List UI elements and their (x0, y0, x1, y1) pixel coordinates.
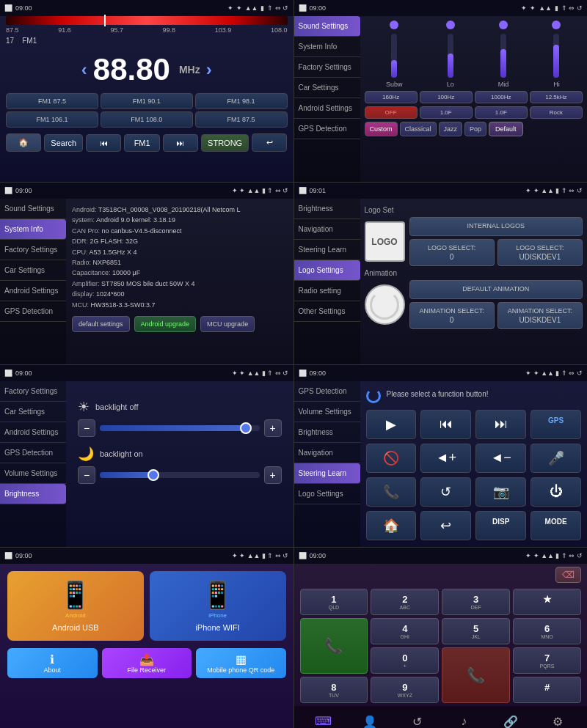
steer-prev[interactable]: ⏮ (420, 410, 471, 439)
eq-lo-track[interactable] (448, 34, 453, 78)
key-4[interactable]: 4GHI (371, 618, 439, 644)
preset-pop[interactable]: Pop (464, 122, 486, 136)
footer-link-icon[interactable]: 🔗 (500, 710, 522, 728)
preset-jazz[interactable]: Jazz (439, 122, 463, 136)
internal-logos-btn[interactable]: INTERNAL LOGOS (409, 217, 583, 236)
steer-play[interactable]: ▶ (366, 410, 417, 439)
bright-menu-volume[interactable]: Volume Settings (0, 463, 66, 484)
menu-gps-detection[interactable]: GPS Detection (294, 119, 360, 139)
steer-power[interactable]: ⏻ (531, 477, 581, 507)
logo-menu-navigation[interactable]: Navigation (294, 219, 360, 240)
iphone-wifi-button[interactable]: 📱 iPhone iPhone WIFI (150, 571, 286, 641)
steer-back[interactable]: ↩ (420, 511, 471, 540)
steer-mute[interactable]: 🚫 (366, 444, 417, 473)
footer-music-icon[interactable]: ♪ (453, 710, 475, 728)
backlight-off-plus[interactable]: + (264, 419, 282, 437)
key-hash[interactable]: # (513, 677, 581, 703)
qr-code-button[interactable]: ▦ Mobile phone QR code (196, 648, 286, 678)
steer-camera[interactable]: 📷 (475, 477, 526, 507)
preset-btn-2[interactable]: FM1 90.1 (101, 93, 193, 109)
sysinfo-menu-gps[interactable]: GPS Detection (0, 301, 66, 322)
menu-factory-settings[interactable]: Factory Settings (294, 57, 360, 78)
freq-160hz[interactable]: 160Hz (365, 91, 418, 103)
menu-car-settings[interactable]: Car Settings (294, 78, 360, 98)
backlight-on-minus[interactable]: − (78, 466, 95, 484)
preset-btn-1[interactable]: FM1 87.5 (6, 93, 98, 109)
anim-select-udisk-btn[interactable]: ANIMATION SELECT: UDISKDEV1 (497, 302, 583, 329)
steer-next[interactable]: ⏭ (475, 410, 526, 439)
mcu-upgrade-btn[interactable]: MCU upgrade (200, 316, 255, 332)
key-0[interactable]: 0+ (371, 647, 439, 674)
steer-vol-down[interactable]: ◄− (475, 444, 526, 473)
freq-100hz[interactable]: 100Hz (420, 91, 473, 103)
bright-menu-factory[interactable]: Factory Settings (0, 381, 66, 402)
footer-recent-icon[interactable]: ↺ (406, 710, 428, 728)
bright-menu-brightness[interactable]: Brightness (0, 484, 66, 504)
about-button[interactable]: ℹ About (7, 648, 98, 678)
footer-keyboard-icon[interactable]: ⌨ (312, 710, 334, 728)
delete-button[interactable]: ⌫ (555, 567, 581, 583)
steer-menu-gps[interactable]: GPS Detection (294, 381, 360, 402)
preset-btn-4[interactable]: FM1 106.1 (6, 111, 98, 128)
freq-down-arrow[interactable]: ‹ (81, 59, 87, 80)
default-button[interactable]: Default (489, 122, 523, 136)
steer-menu-navigation[interactable]: Navigation (294, 443, 360, 463)
key-8[interactable]: 8TUV (300, 677, 368, 703)
logo-select-0-btn[interactable]: LOGO SELECT: 0 (409, 239, 495, 266)
steer-mode[interactable]: MODE (531, 511, 581, 540)
back-button[interactable]: ↩ (252, 133, 287, 152)
key-star[interactable]: ★ (513, 589, 581, 615)
bright-menu-android[interactable]: Android Settings (0, 422, 66, 443)
home-button[interactable]: 🏠 (6, 133, 41, 152)
logo-select-udisk-btn[interactable]: LOGO SELECT: UDISKDEV1 (497, 239, 583, 266)
steer-gps[interactable]: GPS (531, 410, 581, 439)
sysinfo-menu-factory[interactable]: Factory Settings (0, 240, 66, 260)
footer-settings-icon[interactable]: ⚙ (547, 710, 569, 728)
sysinfo-menu-android[interactable]: Android Settings (0, 281, 66, 301)
default-anim-btn[interactable]: DEFAULT ANIMATION (409, 280, 583, 299)
gain-1f-2[interactable]: 1.0F (475, 106, 528, 119)
preset-btn-3[interactable]: FM1 98.1 (195, 93, 288, 109)
key-7[interactable]: 7PQRS (513, 647, 581, 674)
footer-contacts-icon[interactable]: 👤 (359, 710, 381, 728)
menu-sound-settings[interactable]: Sound Settings (294, 16, 360, 37)
preset-btn-5[interactable]: FM1 108.0 (101, 111, 193, 128)
key-1[interactable]: 1QLD (300, 589, 368, 615)
gain-1f-1[interactable]: 1.0F (420, 106, 473, 119)
logo-menu-brightness[interactable]: Brightness (294, 199, 360, 219)
freq-1000hz[interactable]: 1000Hz (475, 91, 528, 103)
strong-button[interactable]: STRONG (201, 134, 249, 152)
preset-classical[interactable]: Classical (400, 122, 437, 136)
sysinfo-menu-system[interactable]: System Info (0, 219, 66, 240)
band-button[interactable]: FM1 (124, 134, 159, 152)
search-button[interactable]: Search (44, 134, 83, 152)
steer-mic[interactable]: 🎤 (531, 444, 581, 473)
key-6[interactable]: 6MNO (513, 618, 581, 644)
eq-subw-track[interactable] (391, 34, 397, 78)
eq-mid-track[interactable] (500, 34, 506, 78)
logo-menu-radio[interactable]: Radio setting (294, 281, 360, 301)
key-5[interactable]: 5JKL (442, 618, 510, 644)
steer-menu-logo[interactable]: Logo Settings (294, 484, 360, 504)
backlight-on-thumb[interactable] (147, 469, 159, 481)
sysinfo-menu-sound[interactable]: Sound Settings (0, 199, 66, 219)
end-call-button[interactable]: 📞 (442, 647, 510, 703)
freq-12khz[interactable]: 12.5kHz (530, 91, 583, 103)
logo-menu-other[interactable]: Other Settings (294, 301, 360, 322)
android-usb-button[interactable]: 📱 Android Android USB (7, 571, 144, 641)
backlight-off-track[interactable] (100, 425, 260, 431)
prev-button[interactable]: ⏮ (86, 134, 121, 152)
steer-hangup[interactable]: ↺ (420, 477, 471, 507)
logo-menu-steering[interactable]: Steering Learn (294, 240, 360, 260)
eq-hi-track[interactable] (553, 34, 559, 78)
backlight-on-track[interactable] (100, 472, 260, 478)
bright-menu-car[interactable]: Car Settings (0, 402, 66, 422)
steer-menu-brightness[interactable]: Brightness (294, 422, 360, 443)
sysinfo-menu-car[interactable]: Car Settings (0, 260, 66, 281)
default-settings-btn[interactable]: default settings (72, 316, 130, 332)
steer-home[interactable]: 🏠 (366, 511, 417, 540)
steer-disp[interactable]: DISP (475, 511, 526, 540)
menu-android-settings[interactable]: Android Settings (294, 98, 360, 119)
preset-btn-6[interactable]: FM1 87.5 (195, 111, 288, 128)
android-upgrade-btn[interactable]: Android upgrade (134, 316, 197, 332)
